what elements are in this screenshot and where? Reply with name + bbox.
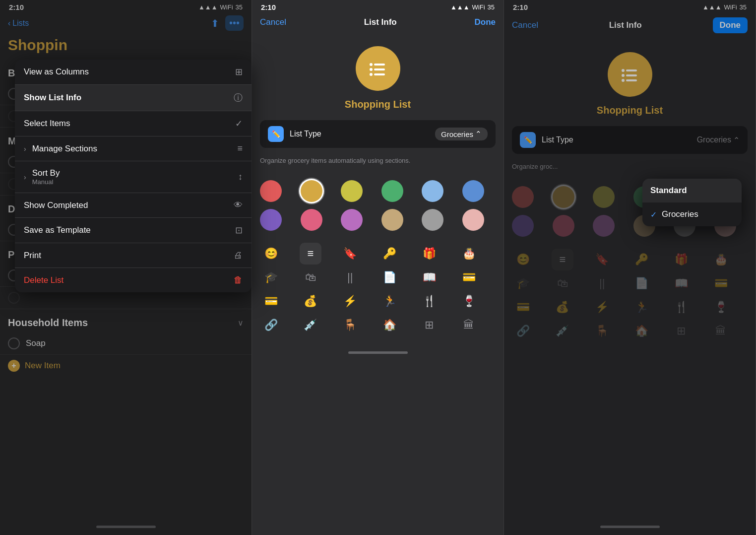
icon-cell-22[interactable]: ⊞ — [418, 314, 440, 336]
menu-manage-sections[interactable]: › Manage Sections ≡ — [15, 136, 252, 161]
color-dot-2[interactable] — [341, 180, 363, 202]
menu-show-list-info[interactable]: Show List Info ⓘ — [15, 85, 252, 111]
list-type-text: Groceries — [441, 130, 473, 138]
menu-show-completed[interactable]: Show Completed 👁 — [15, 193, 252, 218]
menu-delete-list-left: Delete List — [24, 275, 63, 285]
icon-cell-13[interactable]: 💰 — [300, 290, 321, 312]
menu-print-label: Print — [24, 251, 41, 261]
menu-view-columns[interactable]: View as Columns ⊞ — [15, 60, 252, 85]
color-dot-1[interactable] — [301, 180, 322, 202]
info-row-list-type-static: List Type — [290, 130, 429, 138]
color-dot-10[interactable] — [422, 209, 443, 231]
signal-icon-2: ▲▲▲ — [450, 3, 470, 11]
icon-cell-1[interactable]: ≡ — [300, 243, 321, 265]
menu-select-items-label: Select Items — [24, 119, 70, 129]
info-row-list-type[interactable]: ✏️ Groceries List Type Groceries ⌃ — [260, 120, 496, 148]
menu-view-columns-left: View as Columns — [24, 67, 89, 77]
menu-sort-by-icon: ↕ — [238, 172, 243, 182]
menu-manage-sections-left: › Manage Sections — [24, 144, 97, 154]
dropdown-standard-label: Standard — [650, 186, 687, 195]
icon-cell-2[interactable]: 🔖 — [339, 243, 361, 265]
menu-save-template[interactable]: Save as Template ⊡ — [15, 218, 252, 243]
svg-rect-3 — [374, 68, 385, 70]
icon-cell-23[interactable]: 🏛 — [458, 314, 480, 336]
menu-print[interactable]: Print 🖨 — [15, 243, 252, 268]
battery-icon-2: 35 — [488, 3, 495, 11]
color-dot-5[interactable] — [462, 180, 484, 202]
menu-sort-by-label: Sort By — [32, 168, 60, 178]
icon-cell-19[interactable]: 💉 — [300, 314, 321, 336]
menu-show-completed-left: Show Completed — [24, 201, 88, 210]
menu-sort-by[interactable]: › Sort By Manual ↕ — [15, 161, 252, 193]
status-time-2: 2:10 — [261, 3, 276, 11]
menu-show-completed-label: Show Completed — [24, 201, 88, 210]
icon-cell-3[interactable]: 🔑 — [379, 243, 401, 265]
menu-delete-list[interactable]: Delete List 🗑 — [15, 268, 252, 292]
nav-title-2: List Info — [364, 17, 397, 27]
color-dot-6[interactable] — [260, 209, 282, 231]
menu-print-left: Print — [24, 251, 41, 261]
icon-cell-5[interactable]: 🎂 — [458, 243, 480, 265]
info-section-2: ✏️ Groceries List Type Groceries ⌃ — [260, 120, 496, 148]
dropdown-groceries-option[interactable]: ✓ Groceries — [642, 202, 742, 226]
icon-cell-4[interactable]: 🎁 — [418, 243, 440, 265]
color-dot-7[interactable] — [301, 209, 322, 231]
list-info-nav-2: Cancel List Info Done — [252, 13, 504, 31]
menu-show-completed-icon: 👁 — [234, 200, 243, 210]
icon-cell-12[interactable]: 💳 — [260, 290, 282, 312]
icon-cell-11[interactable]: 💳 — [458, 267, 480, 288]
color-dot-11[interactable] — [462, 209, 484, 231]
icon-cell-8[interactable]: || — [339, 267, 361, 288]
menu-manage-sections-label: Manage Sections — [32, 144, 97, 154]
chevron-manage-icon: › — [24, 145, 26, 153]
svg-rect-5 — [374, 73, 385, 75]
menu-sort-by-left: › Sort By Manual — [24, 168, 60, 186]
icon-cell-20[interactable]: 🪑 — [339, 314, 361, 336]
menu-select-items-icon: ✓ — [235, 118, 243, 129]
menu-select-items-left: Select Items — [24, 119, 70, 129]
icon-cell-9[interactable]: 📄 — [379, 267, 401, 288]
list-type-value[interactable]: Groceries ⌃ — [435, 128, 488, 140]
icon-cell-7[interactable]: 🛍 — [300, 267, 321, 288]
menu-sort-by-sub: Manual — [32, 178, 60, 186]
icon-cell-17[interactable]: 🍷 — [458, 290, 480, 312]
dim-overlay-3 — [504, 0, 756, 535]
color-dot-4[interactable] — [422, 180, 443, 202]
status-bar-2: 2:10 ▲▲▲ WiFi 35 — [252, 0, 504, 13]
list-name-2: Shopping List — [252, 99, 504, 120]
list-type-chevron: ⌃ — [475, 130, 482, 138]
color-dot-9[interactable] — [381, 209, 403, 231]
menu-show-list-left: Show List Info — [24, 93, 81, 103]
menu-delete-list-label: Delete List — [24, 275, 63, 285]
menu-view-columns-icon: ⊞ — [235, 67, 243, 77]
menu-save-template-left: Save as Template — [24, 225, 91, 235]
icon-cell-14[interactable]: ⚡ — [339, 290, 361, 312]
color-dot-8[interactable] — [341, 209, 363, 231]
menu-select-items[interactable]: Select Items ✓ — [15, 111, 252, 136]
color-dot-0[interactable] — [260, 180, 282, 202]
menu-save-template-icon: ⊡ — [235, 225, 243, 236]
dropdown-standard-option[interactable]: Standard — [642, 179, 742, 202]
list-type-dropdown: Standard ✓ Groceries — [642, 179, 742, 226]
icon-cell-16[interactable]: 🍴 — [418, 290, 440, 312]
svg-point-4 — [370, 73, 373, 76]
panel-list-info: 2:10 ▲▲▲ WiFi 35 Cancel List Info Done S… — [252, 0, 504, 535]
icon-cell-6[interactable]: 🎓 — [260, 267, 282, 288]
panel-shopping-list: 2:10 ▲▲▲ WiFi 35 ‹ Lists ⬆ ••• Shoppin B… — [0, 0, 252, 535]
done-button-2[interactable]: Done — [475, 17, 496, 27]
icon-cell-0[interactable]: 😊 — [260, 243, 282, 265]
dropdown-groceries-label: Groceries — [662, 209, 698, 219]
icon-cell-21[interactable]: 🏠 — [379, 314, 401, 336]
svg-point-2 — [370, 68, 373, 71]
menu-view-columns-label: View as Columns — [24, 67, 89, 77]
icon-cell-18[interactable]: 🔗 — [260, 314, 282, 336]
menu-print-icon: 🖨 — [234, 250, 243, 261]
menu-save-template-label: Save as Template — [24, 225, 91, 235]
helper-text-2: Organize grocery items automatically usi… — [252, 156, 504, 172]
icon-cell-10[interactable]: 📖 — [418, 267, 440, 288]
icon-cell-15[interactable]: 🏃 — [379, 290, 401, 312]
home-bar-2 — [348, 351, 408, 354]
cancel-button-2[interactable]: Cancel — [260, 17, 286, 27]
color-dot-3[interactable] — [381, 180, 403, 202]
menu-delete-list-icon: 🗑 — [234, 275, 243, 285]
